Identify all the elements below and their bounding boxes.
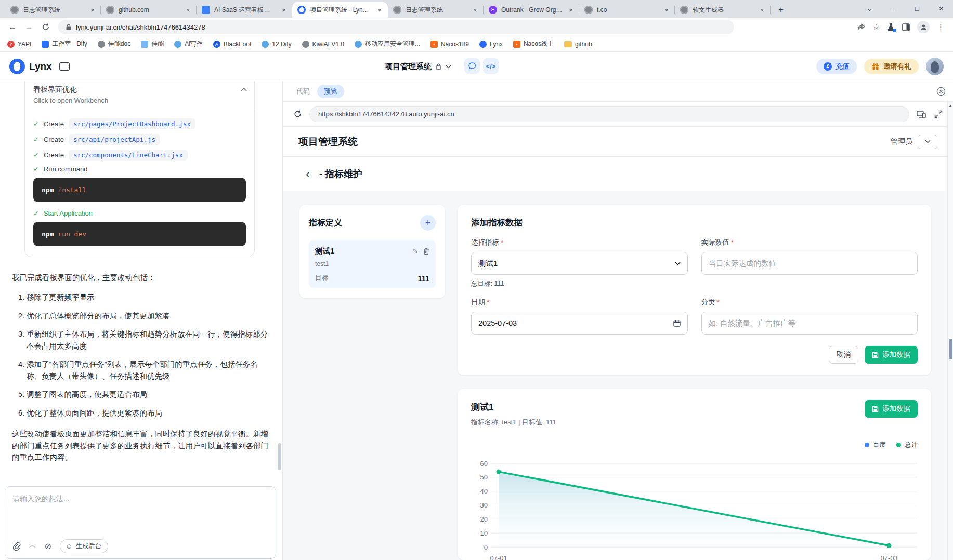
delete-trash-icon[interactable] — [423, 248, 429, 255]
idea-input[interactable] — [12, 495, 268, 503]
coin-icon: ¥ — [824, 62, 832, 71]
scroll-up-arrow-icon[interactable]: ▲ — [948, 102, 953, 108]
profile-avatar[interactable] — [917, 21, 930, 33]
tab-close-icon[interactable]: × — [280, 6, 288, 14]
workbench-header[interactable]: 看板界面优化 Click to open Workbench — [25, 81, 254, 111]
bookmark-item[interactable]: github — [564, 41, 592, 48]
add-data-form-card: 添加指标数据 选择指标* 测试1 总目标: 111 — [458, 205, 931, 375]
bookmark-item[interactable]: 佳能doc — [98, 39, 130, 48]
admin-menu[interactable]: 管理员 — [891, 135, 937, 149]
collapse-chevron-icon[interactable] — [241, 87, 247, 91]
cancel-button[interactable]: 取消 — [829, 346, 858, 364]
scissors-icon[interactable]: ✂ — [29, 541, 36, 551]
browser-tab[interactable]: github.com × — [101, 2, 197, 18]
browser-tab[interactable]: 日志管理系统 × — [388, 2, 484, 18]
bookmark-item[interactable]: KiwiAI V1.0 — [302, 41, 344, 48]
metric-definition-item[interactable]: 测试1 ✎ test1 目标 — [309, 240, 436, 288]
bookmark-item[interactable]: 移动应用安全管理... — [355, 39, 420, 48]
bookmark-item[interactable]: - Nacos线上 — [513, 39, 554, 48]
tab-close-icon[interactable]: × — [184, 6, 192, 14]
window-minimize-button[interactable]: – — [881, 0, 905, 17]
bookmark-item[interactable]: Ai写作 — [174, 39, 203, 48]
user-avatar[interactable] — [926, 58, 944, 75]
chart-add-data-button[interactable]: 添加数据 — [865, 400, 918, 418]
window-close-button[interactable]: × — [929, 0, 953, 17]
file-path-chip[interactable]: src/api/projectApi.js — [69, 134, 160, 145]
close-preview-icon[interactable] — [936, 87, 946, 96]
prohibit-icon[interactable]: ⊘ — [44, 541, 51, 551]
chat-scrollbar-thumb[interactable] — [278, 443, 281, 470]
preview-url-field[interactable]: https://shkbln1747661434278.auto.yunji-a… — [309, 106, 909, 122]
tab-preview[interactable]: 预览 — [317, 85, 344, 98]
preview-scrollbar[interactable]: ▲ — [947, 102, 953, 560]
bookmark-star-icon[interactable]: ☆ — [873, 22, 880, 32]
start-application-row[interactable]: ✓ Start Application — [33, 209, 246, 217]
date-input[interactable]: 2025-07-03 — [471, 312, 688, 335]
back-chevron-icon[interactable]: ‹ — [306, 167, 310, 181]
category-input[interactable]: 如: 自然流量、广告推广等 — [701, 312, 918, 335]
workbench-card[interactable]: 看板界面优化 Click to open Workbench ✓ Create … — [24, 81, 255, 257]
share-icon[interactable] — [857, 23, 866, 31]
tab-close-icon[interactable]: × — [375, 6, 384, 14]
toolbar-icons: ☆ ⋮ — [857, 21, 948, 33]
browser-tab[interactable]: AI SaaS 运营看板系统 × — [197, 2, 292, 18]
app-brand[interactable]: Lynx — [9, 59, 52, 74]
preview-reload-icon[interactable] — [293, 110, 302, 118]
bookmark-item[interactable]: 佳能 — [141, 39, 164, 48]
generate-backend-button[interactable]: ☺ 生成后台 — [60, 539, 108, 553]
legend-item[interactable]: 百度 — [865, 441, 886, 449]
address-bar[interactable]: lynx.yunji-ai.cn/chat/shkbln174766143427… — [58, 20, 734, 34]
bookmark-item[interactable]: 12 Dify — [262, 41, 291, 48]
invite-button[interactable]: 邀请有礼 — [864, 59, 919, 74]
file-path-chip[interactable]: src/components/LineChart.jsx — [69, 150, 188, 161]
header-tool-buttons: </> — [464, 58, 499, 74]
file-create-row: ✓ Create src/pages/ProjectDashboard.jsx — [33, 118, 246, 129]
browser-tab[interactable]: 日志管理系统 × — [5, 2, 101, 18]
attach-icon[interactable] — [12, 542, 21, 551]
browser-tab[interactable]: 项目管理系统 - Lynx-智能 × — [292, 2, 388, 18]
tab-close-icon[interactable]: × — [662, 6, 671, 14]
actual-value-input[interactable]: 当日实际达成的数值 — [701, 252, 918, 275]
admin-dropdown-button[interactable] — [918, 135, 937, 149]
metric-select[interactable]: 测试1 — [471, 252, 688, 275]
tab-code[interactable]: 代码 — [296, 87, 310, 96]
submit-add-data-button[interactable]: 添加数据 — [865, 346, 918, 364]
browser-menu-icon[interactable]: ⋮ — [937, 22, 945, 32]
project-title-group[interactable]: 项目管理系统 — [385, 52, 451, 81]
tab-close-icon[interactable]: × — [758, 6, 766, 14]
bookmark-item[interactable]: 工作室 - Dify — [42, 39, 87, 48]
reload-button[interactable] — [38, 20, 53, 34]
bookmark-item[interactable]: - Nacos189 — [430, 41, 469, 48]
fullscreen-icon[interactable] — [934, 110, 943, 118]
legend-item[interactable]: 总计 — [896, 441, 918, 449]
browser-tab[interactable]: 软文生成器 × — [675, 2, 771, 18]
tab-close-icon[interactable]: × — [567, 6, 575, 14]
chat-bubble-icon[interactable] — [464, 58, 480, 74]
browser-tab[interactable]: t.co × — [579, 2, 675, 18]
preview-scrollbar-thumb[interactable] — [949, 339, 952, 359]
bookmark-item[interactable]: Y YAPI — [7, 41, 31, 48]
browser-tab[interactable]: Outrank - Grow Organ × — [484, 2, 579, 18]
add-metric-button[interactable]: + — [420, 215, 436, 231]
edit-pencil-icon[interactable]: ✎ — [412, 247, 418, 255]
bookmark-item[interactable]: A BlackFoot — [213, 41, 251, 48]
code-icon[interactable]: </> — [483, 58, 499, 74]
forward-button[interactable]: → — [22, 20, 36, 34]
metric-chart-card: 测试1 指标名称: test1 | 目标值: 111 添加数据 百度 — [458, 389, 931, 560]
chat-input-box[interactable]: ✂ ⊘ ☺ 生成后台 — [5, 486, 276, 559]
chevron-down-icon — [675, 262, 681, 265]
side-panel-icon[interactable] — [902, 23, 910, 31]
file-path-chip[interactable]: src/pages/ProjectDashboard.jsx — [69, 118, 195, 129]
back-button[interactable]: ← — [5, 20, 20, 34]
new-tab-button[interactable]: + — [774, 3, 788, 17]
responsive-devices-icon[interactable] — [917, 110, 926, 118]
input-toolbar: ✂ ⊘ ☺ 生成后台 — [12, 539, 108, 553]
tab-search-chevron-icon[interactable]: ⌄ — [857, 0, 881, 17]
sidebar-toggle-icon[interactable] — [59, 62, 70, 71]
tab-close-icon[interactable]: × — [471, 6, 479, 14]
tab-close-icon[interactable]: × — [88, 6, 97, 14]
extension-flask-icon[interactable] — [887, 23, 895, 31]
bookmark-item[interactable]: Lynx — [479, 41, 503, 48]
recharge-button[interactable]: ¥ 充值 — [816, 59, 857, 74]
window-maximize-button[interactable]: □ — [905, 0, 929, 17]
